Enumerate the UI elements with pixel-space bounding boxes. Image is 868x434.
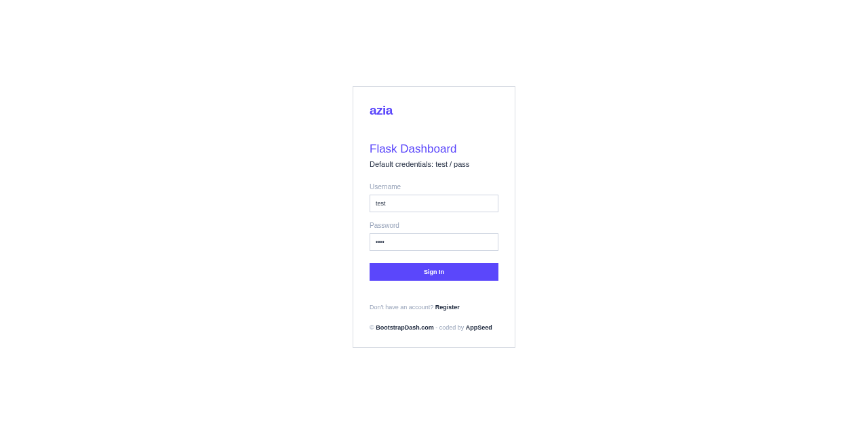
author-link[interactable]: AppSeed	[466, 324, 492, 331]
password-group: Password	[370, 222, 498, 251]
username-group: Username	[370, 183, 498, 212]
logo: azia	[370, 103, 498, 118]
register-link[interactable]: Register	[435, 304, 460, 311]
username-label: Username	[370, 183, 498, 191]
copyright-symbol: ©	[370, 324, 376, 331]
subtitle: Default credentials: test / pass	[370, 160, 498, 168]
password-input[interactable]	[370, 233, 498, 251]
register-prompt-text: Don't have an account?	[370, 304, 435, 311]
page-title: Flask Dashboard	[370, 142, 498, 156]
password-label: Password	[370, 222, 498, 229]
username-input[interactable]	[370, 195, 498, 212]
register-prompt: Don't have an account? Register	[370, 304, 498, 311]
credits-middle: - coded by	[434, 324, 466, 331]
credits: © BootstrapDash.com - coded by AppSeed	[370, 324, 498, 331]
signin-button[interactable]: Sign In	[370, 263, 498, 281]
signin-card: azia Flask Dashboard Default credentials…	[353, 86, 515, 348]
vendor-link[interactable]: BootstrapDash.com	[376, 324, 434, 331]
